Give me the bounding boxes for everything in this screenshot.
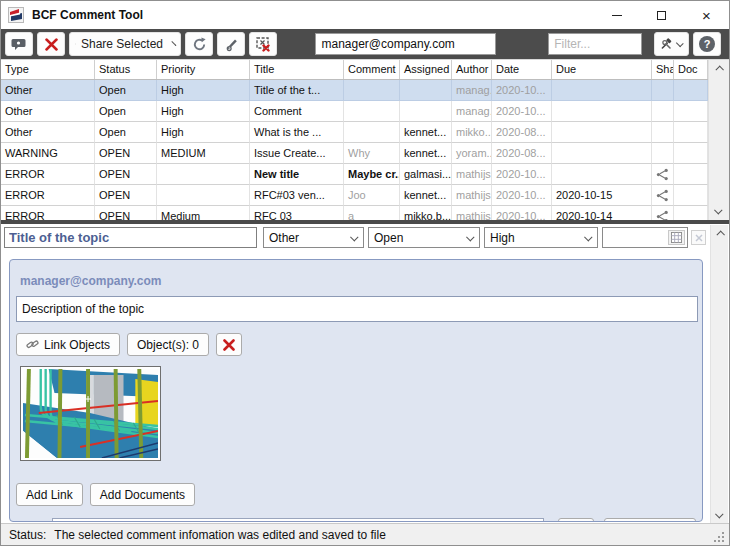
filter-input[interactable] xyxy=(548,33,642,55)
tools-dropdown-arrow-icon[interactable] xyxy=(676,39,684,47)
column-header-priority[interactable]: Priority xyxy=(157,60,250,79)
table-row[interactable]: OtherOpenHighWhat is the ...kennet...mik… xyxy=(1,122,708,143)
link-objects-button[interactable]: Link Objects xyxy=(16,333,120,356)
cell-title: What is the ... xyxy=(250,122,344,143)
cell-assigned: kennet... xyxy=(400,143,452,164)
share-icon xyxy=(656,168,669,181)
snapshot-delete-icon xyxy=(255,36,271,52)
viewpoint-thumbnail[interactable] xyxy=(20,366,161,461)
table-row[interactable]: ERROROPENNew titleMaybe cr...galmasi...m… xyxy=(1,164,708,185)
scroll-down-icon[interactable] xyxy=(709,203,729,219)
clear-date-button[interactable] xyxy=(691,230,706,245)
cell-assigned: mikko.b... xyxy=(400,206,452,220)
cell-comment: a xyxy=(344,206,400,220)
red-x-icon xyxy=(45,38,58,51)
cell-due xyxy=(552,122,652,143)
help-icon: ? xyxy=(699,36,715,52)
add-link-button[interactable]: Add Link xyxy=(16,483,83,506)
cell-date: 2020-10... xyxy=(492,101,552,122)
cell-shared xyxy=(652,164,674,185)
grid-header: TypeStatusPriorityTitleCommentAssignedAu… xyxy=(1,60,708,80)
column-header-title[interactable]: Title xyxy=(250,60,344,79)
link-icon xyxy=(26,338,39,351)
user-email-input[interactable] xyxy=(315,33,496,55)
column-header-author[interactable]: Author xyxy=(452,60,492,79)
maximize-button[interactable] xyxy=(639,1,684,29)
column-header-type[interactable]: Type xyxy=(1,60,95,79)
cell-comment: Why xyxy=(344,143,400,164)
share-selected-label: Share Selected xyxy=(81,37,163,51)
add-documents-button[interactable]: Add Documents xyxy=(90,483,195,506)
cell-assigned: galmasi... xyxy=(400,164,452,185)
due-date-field[interactable] xyxy=(602,227,688,248)
share-dropdown-arrow-icon[interactable] xyxy=(171,41,176,46)
column-header-date[interactable]: Date xyxy=(492,60,552,79)
clipped-button[interactable] xyxy=(604,518,696,522)
cell-due xyxy=(552,101,652,122)
cell-status: OPEN xyxy=(95,185,157,206)
edit-sign-button[interactable] xyxy=(217,32,245,56)
share-icon xyxy=(656,189,669,202)
minimize-button[interactable] xyxy=(594,1,639,29)
detail-scrollbar[interactable] xyxy=(710,225,728,524)
help-button[interactable]: ? xyxy=(693,32,721,56)
refresh-button[interactable] xyxy=(185,32,213,56)
table-row[interactable]: OtherOpenHighCommentmanag...2020-10... xyxy=(1,101,708,122)
cell-author: mathijs... xyxy=(452,164,492,185)
column-header-status[interactable]: Status xyxy=(95,60,157,79)
table-row[interactable]: OtherOpenHighTitle of the t...manag...20… xyxy=(1,80,708,101)
cell-documents xyxy=(674,185,708,206)
cell-type: ERROR xyxy=(1,164,95,185)
column-header-due[interactable]: Due xyxy=(552,60,652,79)
cell-priority xyxy=(157,185,250,206)
column-header-comment[interactable]: Comment xyxy=(344,60,400,79)
cell-priority: Medium xyxy=(157,206,250,220)
description-input[interactable] xyxy=(16,296,698,322)
calendar-picker-icon[interactable] xyxy=(668,230,685,245)
scroll-up-icon[interactable] xyxy=(711,226,728,242)
cell-shared xyxy=(652,143,674,164)
remove-objects-button[interactable] xyxy=(216,333,242,356)
cell-date: 2020-10... xyxy=(492,80,552,101)
cell-priority: High xyxy=(157,101,250,122)
cell-title: Comment xyxy=(250,101,344,122)
column-header-doc[interactable]: Doc xyxy=(674,60,708,79)
cell-shared xyxy=(652,122,674,143)
cell-shared xyxy=(652,206,674,220)
clipped-text-field[interactable] xyxy=(52,518,544,522)
share-selected-button[interactable]: Share Selected xyxy=(69,32,181,56)
topic-type-select[interactable]: Other xyxy=(263,227,364,248)
cell-priority: MEDIUM xyxy=(157,143,250,164)
topic-fields-row: Other Open High xyxy=(1,225,729,251)
cell-status: OPEN xyxy=(95,164,157,185)
table-row[interactable]: WARNINGOPENMEDIUMIssue Create...Whykenne… xyxy=(1,143,708,164)
topic-title-input[interactable] xyxy=(4,227,257,248)
scroll-up-icon[interactable] xyxy=(709,61,729,77)
cell-documents xyxy=(674,101,708,122)
table-row[interactable]: ERROROPENMediumRFC 03amikko.b...mathijs.… xyxy=(1,206,708,220)
cell-documents xyxy=(674,143,708,164)
close-button[interactable]: × xyxy=(684,1,729,29)
resize-grip-icon[interactable] xyxy=(722,532,724,534)
column-header-sha[interactable]: Sha xyxy=(652,60,674,79)
cell-documents xyxy=(674,164,708,185)
cell-date: 2020-08... xyxy=(492,122,552,143)
grid-scrollbar[interactable] xyxy=(708,60,729,220)
cell-title: RFC#03 ven... xyxy=(250,185,344,206)
cell-date: 2020-10... xyxy=(492,185,552,206)
column-header-assigned[interactable]: Assigned xyxy=(400,60,452,79)
clipped-button[interactable] xyxy=(558,518,594,522)
cell-status: Open xyxy=(95,101,157,122)
status-bar: Status: The selected comment infomation … xyxy=(1,523,729,545)
objects-count-button[interactable]: Object(s): 0 xyxy=(127,333,209,356)
tools-menu-button[interactable] xyxy=(654,32,689,56)
table-row[interactable]: ERROROPENRFC#03 ven...Jookennet...mathij… xyxy=(1,185,708,206)
remove-snapshot-button[interactable] xyxy=(249,32,277,56)
bcf-comment-tool-window: BCF Comment Tool × Share Selected xyxy=(0,0,730,546)
scroll-down-icon[interactable] xyxy=(711,507,728,523)
cell-author: mikko.... xyxy=(452,122,492,143)
comment-button[interactable] xyxy=(5,32,33,56)
delete-comment-button[interactable] xyxy=(37,32,65,56)
topic-status-select[interactable]: Open xyxy=(368,227,480,248)
topic-priority-select[interactable]: High xyxy=(484,227,598,248)
